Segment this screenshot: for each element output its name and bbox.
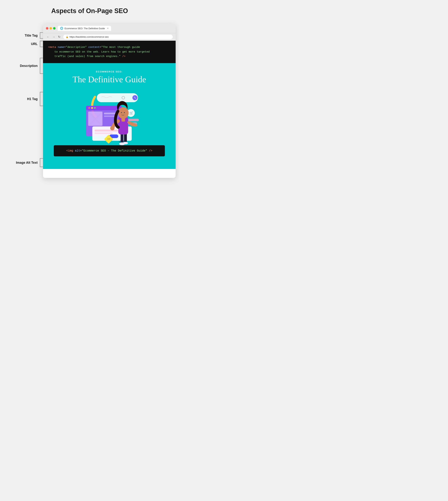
close-button-dot[interactable] bbox=[46, 27, 48, 30]
url-bracket bbox=[40, 41, 43, 47]
img-alt-attr: alt bbox=[75, 149, 80, 152]
image-alt-code-section: <img alt="Ecommerce SEO – The Definitive… bbox=[54, 145, 165, 156]
url-label: URL bbox=[31, 41, 43, 47]
image-alt-text-label: Image Alt Text bbox=[16, 158, 43, 167]
svg-rect-19 bbox=[95, 130, 118, 132]
svg-point-31 bbox=[118, 107, 129, 119]
svg-point-7 bbox=[91, 107, 93, 109]
svg-rect-16 bbox=[128, 119, 139, 121]
page-title: Aspects of On-Page SEO bbox=[51, 7, 128, 15]
bottom-section: 🛒 <> bbox=[43, 88, 176, 169]
svg-rect-0 bbox=[97, 93, 138, 102]
address-bar[interactable]: 🔒 https://backlinko.com/ecommerce-seo bbox=[63, 35, 173, 39]
browser-panel: Ecommerce SEO: The Definitive Guide ✕ ← … bbox=[43, 24, 176, 178]
svg-rect-20 bbox=[95, 133, 112, 134]
meta-content-attr: content bbox=[88, 46, 100, 49]
tab-close-icon[interactable]: ✕ bbox=[107, 27, 109, 30]
svg-rect-34 bbox=[122, 118, 125, 122]
img-tag-close: /> bbox=[149, 149, 152, 152]
svg-point-28 bbox=[123, 142, 128, 144]
lock-icon: 🔒 bbox=[66, 36, 68, 38]
browser-tab[interactable]: Ecommerce SEO: The Definitive Guide ✕ bbox=[58, 26, 111, 31]
window-controls bbox=[46, 27, 56, 30]
svg-point-32 bbox=[121, 112, 122, 113]
back-button[interactable]: ← bbox=[46, 35, 50, 39]
meta-tag-close: /> bbox=[122, 55, 126, 58]
h1-tag-label: H1 Tag bbox=[27, 92, 43, 106]
description-bracket bbox=[40, 58, 43, 74]
image-alt-bracket bbox=[40, 158, 43, 167]
browser-tab-bar: Ecommerce SEO: The Definitive Guide ✕ bbox=[43, 24, 176, 33]
meta-name-attr: name bbox=[58, 46, 64, 49]
browser-address-bar: ← → ↻ 🔒 https://backlinko.com/ecommerce-… bbox=[43, 33, 176, 41]
main-layout: Title Tag URL Description H1 Tag Image A… bbox=[4, 24, 176, 178]
svg-point-6 bbox=[88, 107, 90, 109]
labels-column: Title Tag URL Description H1 Tag Image A… bbox=[4, 24, 43, 178]
maximize-button-dot[interactable] bbox=[53, 27, 56, 30]
svg-point-8 bbox=[94, 107, 96, 109]
hero-illustration: 🛒 <> bbox=[75, 91, 143, 147]
title-tag-label: Title Tag bbox=[25, 32, 43, 39]
url-text: https://backlinko.com/ecommerce-seo bbox=[69, 35, 109, 38]
illustration-area: 🛒 <> bbox=[43, 88, 176, 147]
meta-description-section: <meta name="description" content="The mo… bbox=[43, 41, 176, 63]
img-alt-value: "Ecommerce SEO – The Definitive Guide" bbox=[82, 149, 147, 152]
minimize-button-dot[interactable] bbox=[49, 27, 52, 30]
svg-text:<>: <> bbox=[107, 137, 110, 140]
hero-subtitle: ECOMMERCE SEO: bbox=[48, 70, 170, 73]
svg-point-33 bbox=[124, 112, 125, 113]
hero-section: ECOMMERCE SEO: The Definitive Guide bbox=[43, 63, 176, 88]
refresh-button[interactable]: ↻ bbox=[57, 35, 61, 39]
forward-button[interactable]: → bbox=[52, 35, 56, 39]
svg-point-30 bbox=[110, 126, 114, 130]
img-tag-open: <img bbox=[66, 149, 75, 152]
hero-title: The Definitive Guide bbox=[48, 74, 170, 84]
svg-text:🛒: 🛒 bbox=[129, 111, 133, 115]
nav-buttons: ← → ↻ bbox=[46, 35, 61, 39]
meta-tag-open: <meta bbox=[48, 46, 58, 49]
meta-name-value: "description" bbox=[66, 46, 87, 49]
image-alt-wrapper: <img alt="Ecommerce SEO – The Definitive… bbox=[43, 147, 176, 164]
h1-tag-bracket bbox=[40, 92, 43, 106]
tab-title: Ecommerce SEO: The Definitive Guide bbox=[64, 27, 105, 30]
description-label: Description bbox=[20, 58, 43, 74]
tab-favicon-icon bbox=[60, 27, 63, 30]
title-tag-bracket bbox=[40, 32, 43, 39]
